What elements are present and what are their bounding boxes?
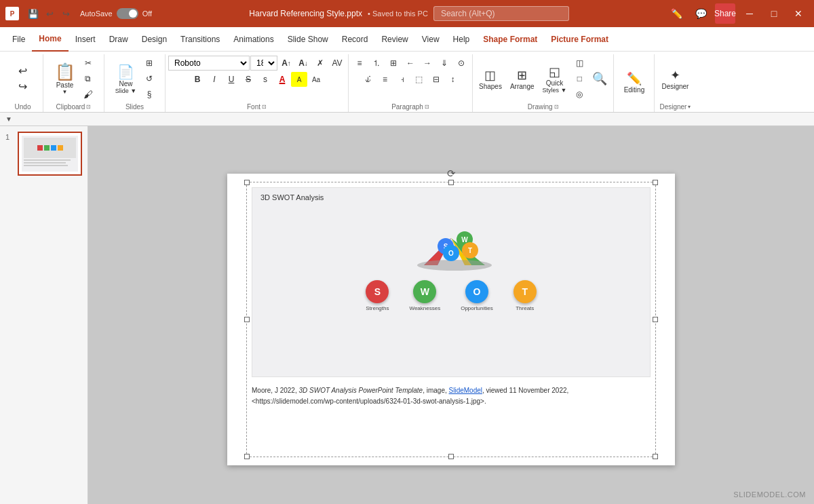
bold-button[interactable]: B [189,72,206,87]
designer-expand-icon[interactable]: ▾ [688,104,691,110]
citation-text-before: Moore, J 2022, [252,387,298,394]
case-button[interactable]: Aa [308,72,324,87]
numbered-button[interactable]: ⒈ [368,56,385,71]
tab-shape-format[interactable]: Shape Format [476,27,544,52]
align-left-button[interactable]: ⫝̸ [360,72,376,87]
quick-styles-button[interactable]: ◱ Quick Styles ▼ [539,58,570,99]
autosave-toggle[interactable] [117,8,138,19]
text-direction-button[interactable]: ⇓ [436,56,452,71]
handle-ml[interactable] [244,317,250,322]
search-input[interactable] [433,6,569,21]
pen-icon[interactable]: ✏️ [666,3,686,24]
shape-fill-button[interactable]: ◫ [571,56,587,71]
tab-transitions[interactable]: Transitions [174,27,227,52]
shadow-button[interactable]: s [257,72,273,87]
close-button[interactable]: ✕ [788,3,809,24]
tab-file[interactable]: File [5,27,32,52]
save-button[interactable]: 💾 [26,6,41,21]
convert-smartart-button[interactable]: ⊙ [453,56,469,71]
decrease-indent-button[interactable]: ← [402,56,419,71]
handle-bm[interactable] [448,454,454,459]
tab-draw[interactable]: Draw [102,27,135,52]
tab-record[interactable]: Record [335,27,375,52]
justify-button[interactable]: ⬚ [411,72,427,87]
designer-button[interactable]: ✦ Designer [658,58,692,99]
highlight-button[interactable]: A [291,72,307,87]
redo-button[interactable]: ↪ [58,6,73,21]
increase-font-button[interactable]: A↑ [278,56,294,71]
tab-review[interactable]: Review [374,27,414,52]
decrease-font-button[interactable]: A↓ [295,56,311,71]
clipboard-expand-icon[interactable]: ⊡ [86,104,91,110]
undo-button[interactable]: ↩ [15,64,31,79]
shape-outline-button[interactable]: □ [571,71,587,86]
maximize-button[interactable]: □ [764,3,784,24]
minimize-button[interactable]: ─ [739,3,760,24]
align-center-button[interactable]: ≡ [377,72,393,87]
font-expand-icon[interactable]: ⊡ [262,104,267,110]
layout-button[interactable]: ⊞ [141,56,157,71]
redo-button[interactable]: ↪ [15,79,31,94]
slide-number-1: 1 [5,132,15,176]
new-slide-button[interactable]: 📄 New Slide ▼ [112,58,140,99]
undo-button[interactable]: ↩ [42,6,57,21]
drawing-expand-icon[interactable]: ⊡ [554,104,559,110]
citation-link[interactable]: SlideModel [449,387,482,394]
strikethrough-button[interactable]: S [240,72,256,87]
undo-label: Undo [15,103,31,111]
designer-content: ✦ Designer [658,56,692,102]
swot-image-box[interactable]: 3D SWOT Analysis [252,187,651,377]
tab-insert[interactable]: Insert [69,27,102,52]
ribbon-content: ↩ ↪ Undo 📋 Paste ▼ ✂ ⧉ 🖌 [0,52,814,112]
tab-home[interactable]: Home [32,27,68,52]
align-right-button[interactable]: ⫞ [394,72,410,87]
handle-tr[interactable] [653,180,658,185]
font-size-selector[interactable]: 18 [250,56,277,71]
cut-button[interactable]: ✂ [80,56,96,71]
tab-animations[interactable]: Animations [227,27,280,52]
handle-bl[interactable] [244,454,250,459]
tab-picture-format[interactable]: Picture Format [544,27,615,52]
italic-button[interactable]: I [206,72,222,87]
underline-button[interactable]: U [223,72,239,87]
bullets-button[interactable]: ≡ [351,56,368,71]
clear-format-button[interactable]: ✗ [312,56,328,71]
slide-thumbnail-1[interactable] [18,132,82,176]
file-title: Harvard Referencing Style.pptx [249,9,362,18]
tab-view[interactable]: View [415,27,446,52]
handle-br[interactable] [653,454,658,459]
paragraph-expand-icon[interactable]: ⊡ [425,104,429,110]
font-name-selector[interactable]: Roboto [168,56,250,71]
char-spacing-button[interactable]: AV [329,56,345,71]
shape-effects-button[interactable]: ◎ [571,87,587,102]
arrange-button[interactable]: ⊞ Arrange [507,58,538,99]
clipboard-content: 📋 Paste ▼ ✂ ⧉ 🖌 [52,56,96,102]
formula-bar: ▼ [0,113,814,126]
handle-tm[interactable] [448,180,454,185]
tab-slideshow[interactable]: Slide Show [281,27,335,52]
reset-button[interactable]: ↺ [141,71,157,86]
tab-help[interactable]: Help [446,27,477,52]
multilevel-button[interactable]: ⊞ [385,56,402,71]
share-button[interactable]: Share [715,3,735,24]
tab-design[interactable]: Design [135,27,174,52]
handle-tl[interactable] [244,180,250,185]
editing-button[interactable]: ✏️ Editing [621,62,648,103]
svg-point-4 [417,260,492,271]
font-color-button[interactable]: A [274,72,290,87]
slide-content: 3D SWOT Analysis [252,187,651,452]
section-button[interactable]: § [141,87,157,102]
comment-icon[interactable]: 💬 [691,3,711,24]
columns-button[interactable]: ⊟ [428,72,444,87]
paste-button[interactable]: 📋 Paste ▼ [52,58,79,99]
handle-mr[interactable] [653,317,658,322]
format-painter-button[interactable]: 🖌 [80,87,96,102]
slide-canvas: ⟳ 3D SWOT Analysis [227,174,675,465]
line-spacing-button[interactable]: ↕ [445,72,461,87]
increase-indent-button[interactable]: → [419,56,435,71]
shapes-button[interactable]: ◫ Shapes [476,58,505,99]
find-button[interactable]: 🔍 [589,58,610,99]
copy-button[interactable]: ⧉ [80,71,96,86]
formula-bar-arrow[interactable]: ▼ [5,115,12,123]
rotate-handle[interactable]: ⟳ [447,168,456,180]
